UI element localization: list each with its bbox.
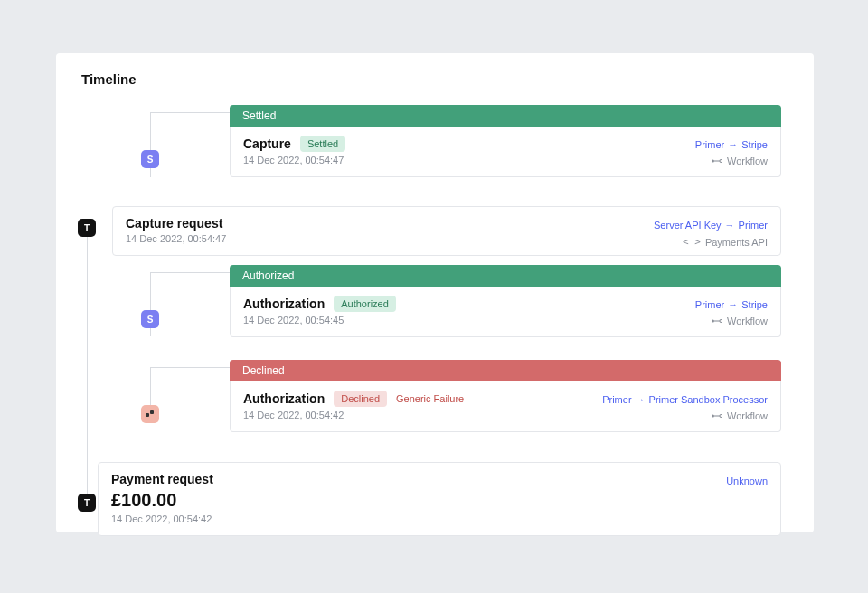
capture-card[interactable]: Capture Settled 14 Dec 2022, 00:54:47 Pr… bbox=[230, 127, 781, 177]
svg-rect-4 bbox=[714, 320, 720, 321]
processor-chain[interactable]: Server API Key → Primer bbox=[654, 220, 768, 231]
card-title: Authorization bbox=[243, 391, 325, 406]
connector-line bbox=[150, 272, 230, 273]
arrow-right-icon: → bbox=[636, 394, 646, 405]
workflow-icon bbox=[712, 412, 722, 419]
connector-line bbox=[150, 272, 151, 287]
svg-rect-1 bbox=[714, 160, 720, 161]
arrow-right-icon: → bbox=[728, 299, 738, 310]
workflow-label: Workflow bbox=[727, 315, 768, 326]
terminal-icon: T bbox=[78, 219, 96, 237]
api-tag: < > Payments API bbox=[654, 236, 768, 248]
chain-to: Primer bbox=[739, 220, 768, 231]
svg-point-3 bbox=[712, 320, 714, 323]
timeline-panel: Timeline Settled Capture Settled 14 Dec … bbox=[56, 53, 814, 532]
sandbox-processor-icon bbox=[141, 405, 159, 423]
chain-from: Primer bbox=[602, 394, 631, 405]
stripe-icon: S bbox=[141, 310, 159, 328]
timestamp: 14 Dec 2022, 00:54:42 bbox=[111, 513, 768, 524]
timestamp: 14 Dec 2022, 00:54:47 bbox=[243, 155, 768, 165]
card-title: Payment request bbox=[111, 472, 768, 486]
settled-banner: Settled bbox=[230, 105, 781, 127]
svg-rect-7 bbox=[714, 415, 720, 416]
chain-from: Primer bbox=[695, 139, 724, 150]
declined-banner: Declined bbox=[230, 360, 781, 381]
chain-to: Stripe bbox=[741, 139, 768, 150]
arrow-right-icon: → bbox=[725, 220, 735, 231]
chain-to: Primer Sandbox Processor bbox=[649, 394, 768, 405]
chain-to: Stripe bbox=[741, 299, 768, 310]
status-pill: Declined bbox=[334, 391, 387, 407]
chain-label: Unknown bbox=[726, 475, 768, 486]
connector-line bbox=[150, 367, 151, 383]
card-title: Capture bbox=[243, 136, 291, 151]
stripe-icon: S bbox=[141, 150, 159, 168]
code-icon: < > bbox=[683, 236, 701, 248]
capture-group: Settled Capture Settled 14 Dec 2022, 00:… bbox=[230, 105, 781, 177]
workflow-tag: Workflow bbox=[602, 410, 768, 421]
processor-chain[interactable]: Primer → Stripe bbox=[695, 139, 768, 150]
svg-rect-9 bbox=[146, 413, 149, 417]
arrow-right-icon: → bbox=[728, 139, 738, 150]
svg-point-6 bbox=[712, 415, 714, 418]
chain-from: Server API Key bbox=[654, 220, 722, 231]
payment-request-card[interactable]: Payment request £100.00 14 Dec 2022, 00:… bbox=[98, 462, 781, 536]
unknown-source[interactable]: Unknown bbox=[726, 475, 768, 486]
workflow-tag: Workflow bbox=[695, 155, 768, 166]
capture-request-card[interactable]: Capture request 14 Dec 2022, 00:54:47 Se… bbox=[112, 206, 781, 256]
authorization-stripe-group: Authorized Authorization Authorized 14 D… bbox=[230, 265, 781, 337]
payment-amount: £100.00 bbox=[111, 490, 768, 511]
connector-line bbox=[87, 237, 88, 512]
workflow-icon bbox=[712, 157, 722, 165]
authorization-declined-card[interactable]: Authorization Declined Generic Failure 1… bbox=[230, 381, 781, 432]
terminal-icon: T bbox=[78, 494, 96, 512]
svg-point-5 bbox=[720, 320, 722, 323]
authorized-banner: Authorized bbox=[230, 265, 781, 287]
status-pill: Authorized bbox=[334, 296, 396, 312]
failure-reason: Generic Failure bbox=[396, 393, 464, 404]
connector-line bbox=[150, 112, 151, 128]
workflow-icon bbox=[712, 317, 722, 325]
workflow-tag: Workflow bbox=[695, 315, 768, 326]
authorization-sandbox-group: Declined Authorization Declined Generic … bbox=[230, 360, 781, 432]
card-title: Authorization bbox=[243, 296, 325, 311]
svg-point-0 bbox=[712, 160, 714, 163]
connector-line bbox=[150, 112, 230, 113]
workflow-label: Workflow bbox=[727, 410, 768, 421]
authorization-card[interactable]: Authorization Authorized 14 Dec 2022, 00… bbox=[230, 287, 781, 337]
svg-point-8 bbox=[720, 415, 722, 418]
workflow-label: Workflow bbox=[727, 155, 768, 166]
panel-title: Timeline bbox=[81, 71, 788, 87]
svg-rect-10 bbox=[150, 410, 154, 414]
processor-chain[interactable]: Primer → Primer Sandbox Processor bbox=[602, 394, 768, 405]
timestamp: 14 Dec 2022, 00:54:45 bbox=[243, 315, 768, 325]
status-pill: Settled bbox=[300, 136, 345, 152]
api-label: Payments API bbox=[705, 237, 768, 248]
chain-from: Primer bbox=[695, 299, 724, 310]
processor-chain[interactable]: Primer → Stripe bbox=[695, 299, 768, 310]
svg-point-2 bbox=[720, 160, 722, 163]
connector-line bbox=[150, 367, 230, 368]
